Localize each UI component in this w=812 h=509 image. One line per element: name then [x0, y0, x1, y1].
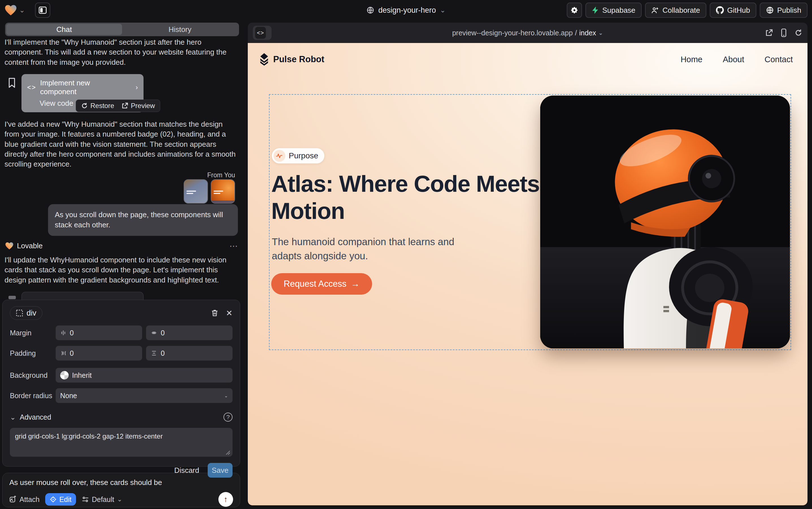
assistant-header: Lovable ⋯ — [5, 241, 238, 251]
selected-element-pill[interactable]: div — [10, 306, 42, 320]
chevron-right-icon: › — [136, 83, 138, 91]
message-menu-icon[interactable]: ⋯ — [229, 241, 238, 251]
rendered-site: Pulse Robot Home About Contact Purpose A… — [248, 43, 808, 505]
attachment-image-2[interactable] — [211, 179, 235, 204]
version-hover-toolbar: Restore Preview — [76, 100, 160, 112]
assistant-message-3: I'll update the WhyHumanoid component to… — [4, 255, 238, 285]
save-button[interactable]: Save — [208, 463, 232, 478]
assistant-message-2: I've added a new "Why Humanoid" section … — [4, 119, 238, 169]
bookmark-icon[interactable] — [7, 77, 16, 88]
chat-sidebar: Chat History I'll implement the "Why Hum… — [0, 20, 244, 509]
chat-history-tabs: Chat History — [5, 23, 239, 36]
edit-mode-button[interactable]: Edit — [45, 493, 76, 506]
background-field[interactable]: Inherit — [56, 368, 232, 383]
sliders-icon — [82, 496, 89, 503]
send-button[interactable]: ↑ — [218, 492, 233, 507]
lovable-menu-button[interactable]: ⌄ — [4, 4, 25, 16]
project-name: design-your-hero — [378, 6, 436, 15]
code-icon: <> — [27, 83, 36, 91]
restore-icon — [81, 102, 88, 109]
preview-pane: <> preview--design-your-hero.lovable.app… — [248, 23, 808, 505]
padding-label: Padding — [10, 349, 56, 358]
padding-x-field[interactable] — [56, 346, 142, 361]
chevron-down-icon: ⌄ — [19, 6, 25, 14]
margin-x-icon — [60, 330, 66, 336]
margin-y-field[interactable] — [146, 326, 232, 340]
mode-select[interactable]: Default ⌄ — [82, 496, 122, 504]
discard-button[interactable]: Discard — [174, 466, 199, 475]
lovable-heart-icon — [4, 4, 17, 16]
code-view-toggle[interactable]: <> — [253, 26, 271, 40]
tailwind-classes-textarea[interactable]: grid grid-cols-1 lg:grid-cols-2 gap-12 i… — [10, 428, 232, 457]
hero-robot-image — [540, 96, 790, 348]
border-radius-select[interactable]: None ⌄ — [56, 388, 232, 403]
purpose-badge: Purpose — [272, 148, 324, 164]
nav-contact[interactable]: Contact — [765, 55, 793, 64]
code-icon: <> — [255, 27, 266, 39]
refresh-icon[interactable] — [795, 29, 802, 37]
margin-y-icon — [151, 330, 157, 336]
chat-input[interactable] — [9, 478, 233, 487]
collaborate-button[interactable]: Collaborate — [645, 3, 706, 18]
padding-y-field[interactable] — [146, 346, 232, 361]
user-message-bubble: As you scroll down the page, these compo… — [48, 204, 238, 236]
settings-button[interactable] — [567, 3, 582, 18]
mobile-view-icon[interactable] — [780, 29, 787, 37]
attachment-thumbnails — [184, 179, 235, 204]
chevron-down-icon: ⌄ — [117, 496, 122, 503]
gear-icon — [570, 6, 578, 14]
github-button[interactable]: GitHub — [710, 3, 756, 18]
restore-button[interactable]: Restore — [81, 102, 114, 110]
toggle-sidebar-button[interactable] — [35, 3, 50, 18]
attach-image-icon — [9, 496, 17, 503]
element-inspector-panel: div ✕ Margin P — [2, 300, 240, 467]
preview-button[interactable]: Preview — [121, 102, 155, 110]
attachment-image-1[interactable] — [184, 179, 208, 204]
chevron-down-icon: ⌄ — [598, 29, 603, 36]
sidebar-panel-icon — [38, 6, 47, 14]
padding-y-icon — [151, 350, 157, 356]
supabase-button[interactable]: Supabase — [585, 3, 642, 18]
globe-icon — [366, 6, 374, 14]
component-card-title: Implement new component — [40, 79, 128, 96]
chevron-down-icon: ⌄ — [224, 393, 228, 399]
background-label: Background — [10, 371, 56, 379]
clipped-icon — [8, 296, 16, 299]
site-brand[interactable]: Pulse Robot — [259, 53, 324, 66]
chevron-down-icon: ⌄ — [440, 6, 446, 14]
margin-label: Margin — [10, 329, 56, 337]
tab-chat[interactable]: Chat — [6, 24, 122, 35]
resize-handle[interactable] — [226, 450, 230, 455]
chevron-down-icon: ⌄ — [10, 413, 16, 421]
nav-about[interactable]: About — [723, 55, 744, 64]
help-icon[interactable]: ? — [223, 413, 232, 421]
advanced-section-toggle[interactable]: Advanced — [20, 413, 51, 421]
request-access-button[interactable]: Request Access → — [271, 273, 372, 295]
target-icon — [50, 496, 57, 503]
close-icon[interactable]: ✕ — [226, 308, 232, 318]
preview-toolbar: <> preview--design-your-hero.lovable.app… — [248, 23, 808, 43]
hero-headline: Atlas: Where Code Meets Motion — [271, 170, 565, 225]
supabase-icon — [592, 6, 599, 14]
assistant-message-1: I'll implement the "Why Humanoid" sectio… — [4, 37, 238, 67]
publish-globe-icon — [766, 6, 774, 14]
arrow-right-icon: → — [351, 279, 360, 289]
pulse-icon — [273, 150, 285, 162]
hero-subheadline: The humanoid companion that learns and a… — [272, 235, 481, 263]
assistant-name: Lovable — [17, 241, 43, 250]
color-swatch-icon — [60, 371, 69, 379]
attach-button[interactable]: Attach — [9, 496, 40, 504]
publish-button[interactable]: Publish — [760, 3, 808, 18]
border-radius-label: Border radius — [10, 392, 56, 400]
dashed-box-icon — [16, 309, 23, 317]
margin-x-field[interactable] — [56, 326, 142, 340]
github-icon — [716, 6, 724, 14]
tab-history[interactable]: History — [122, 24, 238, 35]
external-link-icon — [121, 102, 128, 109]
project-switcher[interactable]: design-your-hero ⌄ — [366, 6, 446, 15]
preview-url[interactable]: preview--design-your-hero.lovable.app / … — [452, 29, 603, 37]
nav-home[interactable]: Home — [680, 55, 702, 64]
trash-icon[interactable] — [211, 309, 219, 317]
preview-route: index — [579, 29, 596, 37]
open-external-icon[interactable] — [765, 29, 773, 37]
